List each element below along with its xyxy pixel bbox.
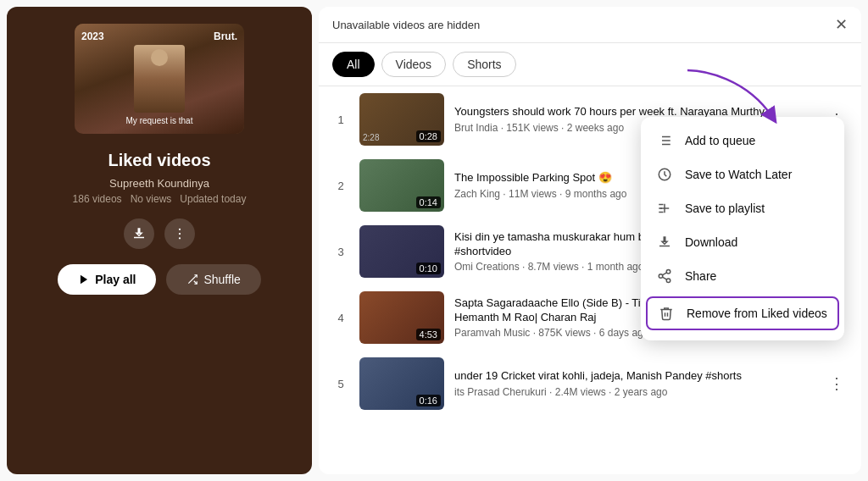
menu-label-save-playlist: Save to playlist [685, 202, 765, 215]
trash-icon [658, 305, 675, 322]
video-duration-4: 4:53 [416, 329, 441, 340]
action-icons [124, 218, 195, 249]
thumb-year: 2023 [81, 30, 104, 42]
notification-close-btn[interactable]: ✕ [835, 15, 848, 34]
svg-point-19 [666, 270, 670, 274]
menu-label-watch-later: Save to Watch Later [685, 168, 792, 181]
video-title-5: under 19 Cricket virat kohli, jadeja, Ma… [454, 369, 815, 384]
video-number-3: 3 [332, 246, 349, 258]
shuffle-button[interactable]: Shuffle [166, 264, 260, 295]
download-icon-btn[interactable] [124, 218, 154, 249]
play-all-button[interactable]: Play all [58, 264, 156, 295]
menu-label-download: Download [685, 235, 737, 249]
thumb-caption: My request is that [126, 116, 193, 125]
video-thumb-container-2: 0:14 [359, 159, 444, 212]
svg-point-20 [659, 274, 663, 279]
playlist-meta: 186 videos No views Updated today [73, 193, 247, 205]
video-thumb-container-4: 4:53 [359, 291, 444, 344]
more-options-btn[interactable] [164, 218, 195, 249]
video-duration-1: 0:28 [416, 130, 441, 142]
thumb-person-figure [134, 45, 185, 113]
right-panel: Unavailable videos are hidden ✕ All Vide… [319, 7, 861, 474]
filter-tabs: All Videos Shorts [319, 43, 861, 86]
video-duration-3: 0:10 [416, 263, 441, 274]
share-icon [656, 268, 673, 285]
svg-marker-3 [81, 275, 87, 285]
queue-icon [656, 132, 673, 149]
video-duration-2: 0:14 [416, 196, 441, 208]
menu-item-watch-later[interactable]: Save to Watch Later [641, 158, 844, 191]
playlist-add-icon [656, 200, 673, 217]
menu-label-share: Share [685, 269, 716, 283]
svg-point-21 [666, 279, 670, 283]
download-icon [656, 234, 673, 251]
video-number-2: 2 [332, 180, 349, 192]
tab-all[interactable]: All [332, 52, 375, 77]
left-panel: 2023 Brut. My request is that Liked vide… [7, 7, 312, 474]
svg-point-1 [179, 233, 181, 235]
video-more-btn-5[interactable]: ⋮ [826, 371, 848, 396]
tab-shorts[interactable]: Shorts [453, 52, 515, 77]
menu-item-download[interactable]: Download [641, 225, 844, 259]
context-menu: Add to queue Save to Watch Later [641, 117, 844, 340]
svg-point-0 [179, 229, 181, 230]
video-meta-5: its Prasad Cherukuri · 2.4M views · 2 ye… [454, 386, 815, 398]
menu-item-share[interactable]: Share [641, 259, 844, 293]
menu-item-add-queue[interactable]: Add to queue [641, 124, 844, 158]
video-thumb-container-5: 0:16 [359, 357, 444, 410]
video-info-5: under 19 Cricket virat kohli, jadeja, Ma… [454, 369, 815, 398]
video-number-4: 4 [332, 312, 349, 324]
video-number-1: 1 [332, 113, 349, 126]
menu-item-remove-liked[interactable]: Remove from Liked videos [646, 296, 839, 330]
svg-line-23 [662, 273, 666, 275]
video-number-5: 5 [332, 378, 349, 390]
menu-item-save-playlist[interactable]: Save to playlist [641, 191, 844, 225]
playlist-thumbnail: 2023 Brut. My request is that [75, 24, 244, 134]
thumb-brand: Brut. [214, 30, 237, 42]
playlist-title: Liked videos [108, 151, 210, 170]
menu-label-remove-liked: Remove from Liked videos [687, 307, 827, 320]
video-thumb-container-3: 0:10 [359, 225, 444, 278]
menu-label-add-queue: Add to queue [685, 134, 755, 147]
video-duration-5: 0:16 [416, 395, 441, 406]
notification-text: Unavailable videos are hidden [332, 19, 480, 31]
svg-line-22 [662, 277, 666, 279]
channel-name: Supreeth Koundinya [109, 177, 209, 190]
notification-bar: Unavailable videos are hidden ✕ [319, 7, 861, 43]
tab-videos[interactable]: Videos [381, 52, 447, 77]
video-thumb-container-1: 2:28 0:28 [359, 93, 444, 146]
svg-point-2 [179, 237, 181, 239]
video-item-5[interactable]: 5 0:16 under 19 Cricket virat kohli, jad… [326, 351, 854, 417]
clock-icon [656, 166, 673, 183]
playback-buttons: Play all Shuffle [24, 264, 295, 295]
